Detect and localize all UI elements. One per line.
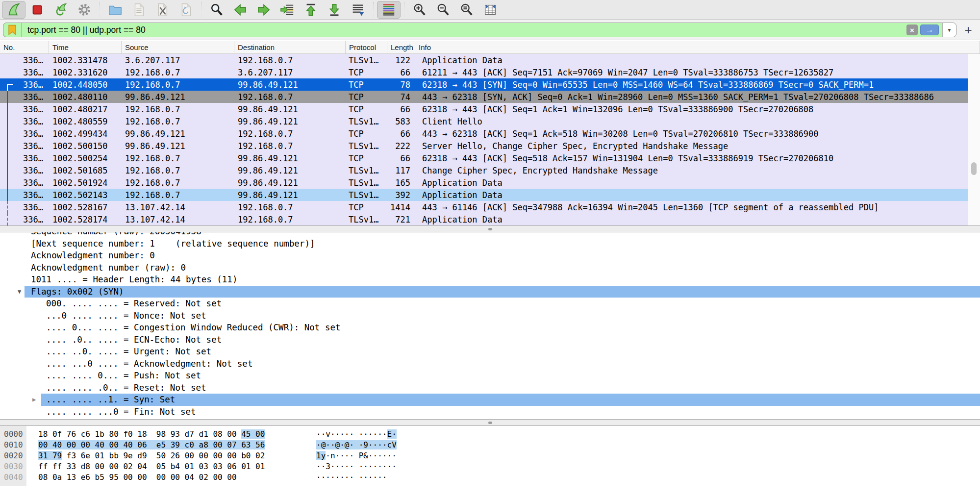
detail-line[interactable]: ...0 .... .... = Nonce: Not set (0, 310, 980, 322)
colorize-packet-list-button[interactable] (377, 1, 401, 19)
packet-cell-no: 336… (0, 129, 49, 139)
bookmark-icon[interactable] (8, 25, 17, 35)
packet-cell-info: Application Data (415, 178, 968, 188)
find-packet-button[interactable] (205, 1, 228, 19)
hex-row[interactable]: 0030ff ff 33 d8 00 00 02 04 05 b4 01 03 … (0, 461, 980, 472)
packet-cell-time: 1002.499434 (49, 129, 122, 139)
go-forward-button[interactable] (252, 1, 276, 19)
hex-row[interactable]: 001000 40 00 00 40 00 40 06 e5 39 c0 a8 … (0, 440, 980, 450)
expand-arrow-icon[interactable]: ▶ (32, 394, 36, 406)
packet-cell-source: 192.168.0.7 (122, 153, 234, 163)
hex-row[interactable]: 002031 79 f3 6e 01 bb 9e d9 50 26 00 00 … (0, 450, 980, 461)
column-header-source[interactable]: Source (122, 41, 234, 53)
arrow-left-icon (233, 2, 248, 17)
detail-line[interactable]: ▼Flags: 0x002 (SYN) (0, 286, 980, 298)
detail-line[interactable]: 1011 .... = Header Length: 44 bytes (11) (0, 274, 980, 286)
packet-cell-info: Change Cipher Spec, Encrypted Handshake … (415, 166, 968, 175)
restart-capture-button[interactable] (49, 1, 73, 19)
save-capture-file-button[interactable] (127, 1, 151, 19)
detail-line[interactable]: Sequence number (raw): 2605041958 (0, 232, 980, 238)
pane-splitter-top[interactable] (0, 225, 980, 232)
packet-row[interactable]: 336…1002.49943499.86.49.121192.168.0.7TC… (0, 127, 968, 140)
colorize-icon (381, 2, 396, 17)
splitter-handle[interactable] (488, 228, 492, 230)
detail-line[interactable]: .... .0.. .... = ECN-Echo: Not set (0, 334, 980, 346)
display-filter-input[interactable]: tcp.port == 80 || udp.port == 80 × → ▼ (3, 23, 956, 37)
stop-capture-button[interactable] (25, 1, 49, 19)
filter-dropdown-caret[interactable]: ▼ (942, 23, 956, 37)
packet-row[interactable]: 336…1002.501924192.168.0.799.86.49.121TL… (0, 176, 968, 189)
hex-bytes: 00 40 00 00 40 00 40 06 e5 39 c0 a8 00 0… (38, 440, 265, 450)
packet-list-pane: No.TimeSourceDestinationProtocolLengthIn… (0, 41, 980, 225)
packet-list-scrollbar[interactable] (968, 54, 980, 225)
packet-row[interactable]: 336…1002.480559192.168.0.799.86.49.121TL… (0, 115, 968, 127)
filter-apply-button[interactable]: → (920, 25, 939, 35)
packet-row[interactable]: 336…1002.502143192.168.0.799.86.49.121TL… (0, 189, 968, 201)
display-filter-text[interactable]: tcp.port == 80 || udp.port == 80 (27, 25, 906, 35)
detail-line[interactable]: ▶.... .... ..1. = Syn: Set (0, 394, 980, 406)
zoom-reset-button[interactable] (455, 1, 478, 19)
detail-line[interactable]: .... ...0 .... = Acknowledgment: Not set (0, 358, 980, 370)
detail-line[interactable]: Acknowledgment number: 0 (0, 250, 980, 262)
go-back-button[interactable] (228, 1, 252, 19)
packet-cell-destination: 99.86.49.121 (234, 104, 346, 114)
packet-cell-time: 1002.501685 (49, 166, 122, 175)
detail-line[interactable]: .... .... .0.. = Reset: Not set (0, 382, 980, 394)
packet-cell-source: 192.168.0.7 (122, 117, 234, 126)
detail-line[interactable]: [Next sequence number: 1 (relative seque… (0, 238, 980, 250)
detail-line[interactable]: Acknowledgment number (raw): 0 (0, 262, 980, 274)
detail-line[interactable]: .... 0... .... = Congestion Window Reduc… (0, 322, 980, 334)
capture-options-button[interactable] (73, 1, 96, 19)
auto-scroll-button[interactable] (346, 1, 370, 19)
packet-row[interactable]: 336…1002.48011099.86.49.121192.168.0.7TC… (0, 91, 968, 103)
column-header-no[interactable]: No. (0, 41, 49, 53)
go-to-packet-button[interactable] (276, 1, 299, 19)
pane-splitter-bottom[interactable] (0, 419, 980, 426)
packet-row[interactable]: 336…1002.52816713.107.42.14192.168.0.7TC… (0, 201, 968, 213)
packet-cell-protocol: TCP (346, 104, 387, 114)
packet-cell-info: 443 → 62318 [SYN, ACK] Seq=0 Ack=1 Win=2… (415, 92, 968, 102)
packet-row[interactable]: 336…1002.500254192.168.0.799.86.49.121TC… (0, 152, 968, 164)
packet-cell-no: 336… (0, 55, 49, 65)
packet-cell-info: Application Data (415, 215, 968, 225)
packet-row[interactable]: 336…1002.52817413.107.42.14192.168.0.7TL… (0, 213, 968, 225)
resize-columns-button[interactable] (478, 1, 502, 19)
packet-row[interactable]: 336…1002.3314783.6.207.117192.168.0.7TLS… (0, 54, 968, 66)
reload-capture-file-button[interactable] (174, 1, 198, 19)
splitter-handle[interactable] (488, 422, 492, 424)
column-header-destination[interactable]: Destination (234, 41, 346, 53)
zoom-in-button[interactable] (408, 1, 431, 19)
detail-line[interactable]: .... .... 0... = Push: Not set (0, 370, 980, 382)
collapse-arrow-icon[interactable]: ▼ (18, 286, 21, 298)
open-capture-file-button[interactable] (103, 1, 127, 19)
packet-cell-no: 336… (0, 80, 49, 90)
toolbar-separator (404, 2, 404, 17)
detail-line[interactable]: 000. .... .... = Reserved: Not set (0, 298, 980, 310)
filter-clear-button[interactable]: × (906, 25, 918, 35)
detail-text: [Next sequence number: 1 (relative seque… (31, 238, 315, 250)
column-header-info[interactable]: Info (415, 41, 980, 53)
scrollbar-thumb[interactable] (971, 162, 977, 175)
hex-row[interactable]: 004008 0a 13 e6 b5 95 00 00 00 00 04 02 … (0, 472, 980, 483)
column-header-time[interactable]: Time (49, 41, 122, 53)
go-to-last-packet-button[interactable] (323, 1, 346, 19)
zoom-out-button[interactable] (431, 1, 455, 19)
hex-offset: 0010 (4, 440, 23, 450)
packet-row[interactable]: 336…1002.480217192.168.0.799.86.49.121TC… (0, 103, 968, 115)
detail-line[interactable]: .... .... ...0 = Fin: Not set (0, 406, 980, 418)
arrow-up-bar-icon (303, 2, 318, 17)
packet-cell-length: 122 (387, 55, 415, 65)
filter-add-button[interactable]: + (960, 22, 976, 38)
column-header-length[interactable]: Length (387, 41, 415, 53)
detail-line[interactable]: .... ..0. .... = Urgent: Not set (0, 346, 980, 358)
packet-row[interactable]: 336…1002.331620192.168.0.73.6.207.117TCP… (0, 66, 968, 78)
go-to-first-packet-button[interactable] (299, 1, 323, 19)
column-header-protocol[interactable]: Protocol (346, 41, 387, 53)
packet-row[interactable]: 336…1002.448050192.168.0.799.86.49.121TC… (0, 78, 968, 91)
packet-cell-protocol: TLSv1… (346, 215, 387, 225)
packet-row[interactable]: 336…1002.501685192.168.0.799.86.49.121TL… (0, 164, 968, 176)
hex-row[interactable]: 000018 0f 76 c6 1b 80 f0 18 98 93 d7 d1 … (0, 429, 980, 440)
start-capture-button[interactable] (2, 1, 25, 19)
packet-row[interactable]: 336…1002.50015099.86.49.121192.168.0.7TL… (0, 140, 968, 152)
close-capture-file-button[interactable] (151, 1, 174, 19)
